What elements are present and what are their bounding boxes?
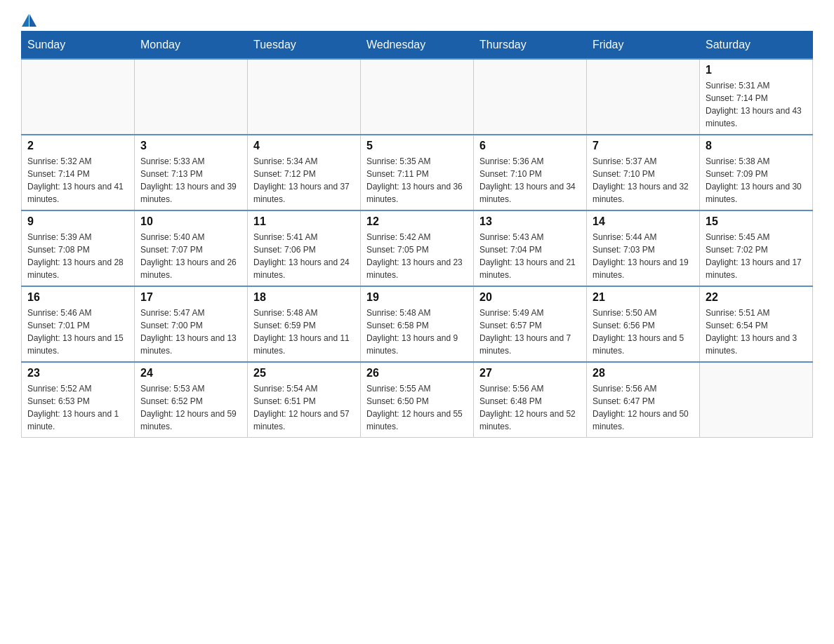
calendar-cell: 24Sunrise: 5:53 AMSunset: 6:52 PMDayligh… (135, 362, 248, 438)
day-number: 10 (140, 215, 241, 228)
day-number: 4 (253, 140, 355, 152)
day-number: 19 (366, 291, 468, 304)
calendar-cell (248, 59, 361, 135)
calendar-cell: 15Sunrise: 5:45 AMSunset: 7:02 PMDayligh… (700, 210, 813, 286)
calendar-cell: 3Sunrise: 5:33 AMSunset: 7:13 PMDaylight… (135, 135, 248, 210)
day-info: Sunrise: 5:34 AMSunset: 7:12 PMDaylight:… (253, 155, 355, 206)
calendar-cell: 11Sunrise: 5:41 AMSunset: 7:06 PMDayligh… (248, 210, 361, 286)
calendar-week-row: 16Sunrise: 5:46 AMSunset: 7:01 PMDayligh… (22, 286, 813, 362)
calendar-cell: 6Sunrise: 5:36 AMSunset: 7:10 PMDaylight… (474, 135, 587, 210)
day-header-wednesday: Wednesday (361, 32, 474, 60)
day-info: Sunrise: 5:36 AMSunset: 7:10 PMDaylight:… (479, 155, 581, 206)
calendar-cell (700, 362, 813, 438)
day-number: 15 (706, 215, 807, 228)
calendar-cell (361, 59, 474, 135)
calendar-cell: 5Sunrise: 5:35 AMSunset: 7:11 PMDaylight… (361, 135, 474, 210)
day-info: Sunrise: 5:38 AMSunset: 7:09 PMDaylight:… (706, 155, 807, 206)
day-number: 16 (27, 291, 128, 304)
day-info: Sunrise: 5:39 AMSunset: 7:08 PMDaylight:… (27, 231, 128, 281)
day-info: Sunrise: 5:31 AMSunset: 7:14 PMDaylight:… (706, 79, 807, 130)
day-number: 24 (140, 367, 241, 380)
calendar-cell (135, 59, 248, 135)
calendar-cell: 20Sunrise: 5:49 AMSunset: 6:57 PMDayligh… (474, 286, 587, 362)
day-number: 9 (27, 215, 128, 228)
day-header-thursday: Thursday (474, 32, 587, 60)
calendar-cell: 25Sunrise: 5:54 AMSunset: 6:51 PMDayligh… (248, 362, 361, 438)
logo (21, 14, 39, 24)
day-number: 17 (140, 291, 241, 304)
day-info: Sunrise: 5:49 AMSunset: 6:57 PMDaylight:… (479, 307, 581, 357)
day-number: 23 (27, 367, 128, 380)
day-header-friday: Friday (587, 32, 700, 60)
day-number: 26 (366, 367, 468, 380)
day-number: 27 (479, 367, 581, 380)
calendar-cell: 18Sunrise: 5:48 AMSunset: 6:59 PMDayligh… (248, 286, 361, 362)
page-header (21, 14, 813, 24)
day-info: Sunrise: 5:41 AMSunset: 7:06 PMDaylight:… (253, 231, 355, 281)
day-info: Sunrise: 5:47 AMSunset: 7:00 PMDaylight:… (140, 307, 241, 357)
calendar-cell (587, 59, 700, 135)
calendar-table: SundayMondayTuesdayWednesdayThursdayFrid… (21, 31, 813, 438)
day-number: 25 (253, 367, 355, 380)
day-number: 6 (479, 140, 581, 152)
day-number: 20 (479, 291, 581, 304)
day-number: 21 (593, 291, 694, 304)
calendar-cell: 7Sunrise: 5:37 AMSunset: 7:10 PMDaylight… (587, 135, 700, 210)
day-number: 11 (253, 215, 355, 228)
calendar-cell: 16Sunrise: 5:46 AMSunset: 7:01 PMDayligh… (22, 286, 135, 362)
calendar-cell: 4Sunrise: 5:34 AMSunset: 7:12 PMDaylight… (248, 135, 361, 210)
calendar-cell: 27Sunrise: 5:56 AMSunset: 6:48 PMDayligh… (474, 362, 587, 438)
day-number: 8 (706, 140, 807, 152)
day-info: Sunrise: 5:48 AMSunset: 6:59 PMDaylight:… (253, 307, 355, 357)
day-info: Sunrise: 5:52 AMSunset: 6:53 PMDaylight:… (27, 382, 128, 433)
day-info: Sunrise: 5:44 AMSunset: 7:03 PMDaylight:… (593, 231, 694, 281)
day-header-saturday: Saturday (700, 32, 813, 60)
calendar-cell: 26Sunrise: 5:55 AMSunset: 6:50 PMDayligh… (361, 362, 474, 438)
calendar-cell: 9Sunrise: 5:39 AMSunset: 7:08 PMDaylight… (22, 210, 135, 286)
calendar-cell (22, 59, 135, 135)
day-header-monday: Monday (135, 32, 248, 60)
calendar-cell: 17Sunrise: 5:47 AMSunset: 7:00 PMDayligh… (135, 286, 248, 362)
day-header-sunday: Sunday (22, 32, 135, 60)
day-info: Sunrise: 5:45 AMSunset: 7:02 PMDaylight:… (706, 231, 807, 281)
day-info: Sunrise: 5:50 AMSunset: 6:56 PMDaylight:… (593, 307, 694, 357)
calendar-cell: 19Sunrise: 5:48 AMSunset: 6:58 PMDayligh… (361, 286, 474, 362)
day-info: Sunrise: 5:42 AMSunset: 7:05 PMDaylight:… (366, 231, 468, 281)
calendar-cell: 13Sunrise: 5:43 AMSunset: 7:04 PMDayligh… (474, 210, 587, 286)
day-number: 7 (593, 140, 694, 152)
day-info: Sunrise: 5:33 AMSunset: 7:13 PMDaylight:… (140, 155, 241, 206)
calendar-cell: 22Sunrise: 5:51 AMSunset: 6:54 PMDayligh… (700, 286, 813, 362)
day-number: 2 (27, 140, 128, 152)
calendar-week-row: 9Sunrise: 5:39 AMSunset: 7:08 PMDaylight… (22, 210, 813, 286)
calendar-cell: 10Sunrise: 5:40 AMSunset: 7:07 PMDayligh… (135, 210, 248, 286)
calendar-week-row: 2Sunrise: 5:32 AMSunset: 7:14 PMDaylight… (22, 135, 813, 210)
calendar-cell: 8Sunrise: 5:38 AMSunset: 7:09 PMDaylight… (700, 135, 813, 210)
day-info: Sunrise: 5:48 AMSunset: 6:58 PMDaylight:… (366, 307, 468, 357)
day-number: 28 (593, 367, 694, 380)
day-number: 14 (593, 215, 694, 228)
day-info: Sunrise: 5:51 AMSunset: 6:54 PMDaylight:… (706, 307, 807, 357)
day-info: Sunrise: 5:56 AMSunset: 6:47 PMDaylight:… (593, 382, 694, 433)
day-info: Sunrise: 5:35 AMSunset: 7:11 PMDaylight:… (366, 155, 468, 206)
day-number: 5 (366, 140, 468, 152)
calendar-week-row: 1Sunrise: 5:31 AMSunset: 7:14 PMDaylight… (22, 59, 813, 135)
day-info: Sunrise: 5:56 AMSunset: 6:48 PMDaylight:… (479, 382, 581, 433)
calendar-header-row: SundayMondayTuesdayWednesdayThursdayFrid… (22, 32, 813, 60)
day-info: Sunrise: 5:54 AMSunset: 6:51 PMDaylight:… (253, 382, 355, 433)
day-info: Sunrise: 5:32 AMSunset: 7:14 PMDaylight:… (27, 155, 128, 206)
day-number: 12 (366, 215, 468, 228)
day-number: 1 (706, 64, 807, 76)
day-info: Sunrise: 5:43 AMSunset: 7:04 PMDaylight:… (479, 231, 581, 281)
day-number: 22 (706, 291, 807, 304)
day-number: 18 (253, 291, 355, 304)
calendar-cell: 28Sunrise: 5:56 AMSunset: 6:47 PMDayligh… (587, 362, 700, 438)
calendar-cell: 14Sunrise: 5:44 AMSunset: 7:03 PMDayligh… (587, 210, 700, 286)
day-info: Sunrise: 5:55 AMSunset: 6:50 PMDaylight:… (366, 382, 468, 433)
calendar-cell (474, 59, 587, 135)
calendar-cell: 2Sunrise: 5:32 AMSunset: 7:14 PMDaylight… (22, 135, 135, 210)
day-info: Sunrise: 5:46 AMSunset: 7:01 PMDaylight:… (27, 307, 128, 357)
day-info: Sunrise: 5:40 AMSunset: 7:07 PMDaylight:… (140, 231, 241, 281)
calendar-cell: 23Sunrise: 5:52 AMSunset: 6:53 PMDayligh… (22, 362, 135, 438)
day-number: 13 (479, 215, 581, 228)
day-info: Sunrise: 5:53 AMSunset: 6:52 PMDaylight:… (140, 382, 241, 433)
